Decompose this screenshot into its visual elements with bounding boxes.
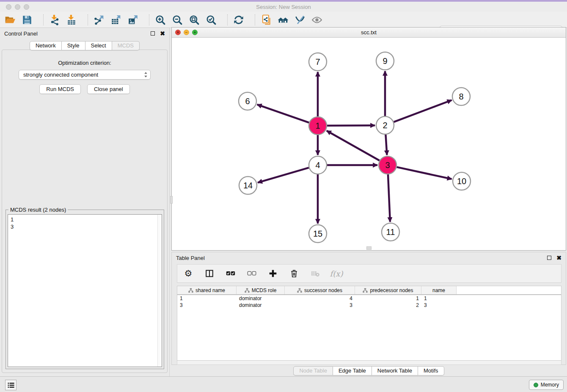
mcds-result-scrollbar[interactable] xyxy=(157,215,162,367)
graph-edge-3-10[interactable] xyxy=(396,167,451,179)
graph-edge-1-2[interactable] xyxy=(327,125,375,126)
application-window: Session: New Session Control Panel ✖ Net… xyxy=(0,0,567,392)
graph-edge-2-3[interactable] xyxy=(385,135,387,155)
graph-node-14[interactable]: 14 xyxy=(239,177,257,194)
add-row-icon[interactable] xyxy=(267,268,279,279)
export-image-icon[interactable] xyxy=(127,14,139,26)
zoom-out-icon[interactable] xyxy=(171,14,183,26)
mcds-result-textarea[interactable]: 13 xyxy=(8,214,162,367)
export-table-icon[interactable] xyxy=(110,14,122,26)
main-toolbar xyxy=(0,12,567,28)
table-cell: dominator xyxy=(237,295,285,302)
run-mcds-button[interactable]: Run MCDS xyxy=(39,84,81,94)
node-table: shared nameMCDS rolesuccessor nodesprede… xyxy=(177,286,561,361)
zoom-selected-icon[interactable] xyxy=(205,14,217,26)
panel-splitter-grip[interactable] xyxy=(170,196,173,204)
export-network-icon[interactable] xyxy=(93,14,105,26)
column-label: name xyxy=(432,287,445,293)
tab-style[interactable]: Style xyxy=(62,41,85,50)
table-cell: 1 xyxy=(421,295,457,302)
graph-node-6[interactable]: 6 xyxy=(239,92,256,110)
graph-node-7[interactable]: 7 xyxy=(309,53,327,71)
graph-node-4[interactable]: 4 xyxy=(309,156,327,174)
columns-icon[interactable] xyxy=(204,268,215,279)
mcds-result-group: MCDS result (2 nodes) 13 xyxy=(6,210,164,369)
close-table-panel-icon[interactable]: ✖ xyxy=(556,256,561,260)
hierarchy-icon xyxy=(188,288,193,293)
graph-edge-3-1[interactable] xyxy=(327,131,380,160)
tab-network[interactable]: Network xyxy=(30,41,62,50)
node-label: 11 xyxy=(386,227,395,237)
tab-mcds[interactable]: MCDS xyxy=(112,41,140,50)
home-icon[interactable] xyxy=(277,14,289,26)
deselect-all-icon[interactable] xyxy=(246,268,258,279)
float-table-panel-icon[interactable] xyxy=(547,256,551,260)
eye-icon[interactable] xyxy=(311,14,323,26)
graph-node-9[interactable]: 9 xyxy=(376,52,394,70)
hierarchy-icon xyxy=(297,288,302,293)
open-folder-icon[interactable] xyxy=(4,14,16,26)
graph-node-1[interactable]: 1 xyxy=(309,117,327,135)
table-cell: dominator xyxy=(237,302,285,309)
window-title: Session: New Session xyxy=(0,4,567,10)
node-label: 3 xyxy=(385,160,390,170)
clone-network-icon[interactable] xyxy=(260,14,272,26)
table-row[interactable]: 1dominator411 xyxy=(177,295,561,302)
save-icon[interactable] xyxy=(21,14,33,26)
zoom-fit-icon[interactable] xyxy=(188,14,200,26)
table-panel: Table Panel ✖ ⚙f(x) shared nameMCDS role… xyxy=(171,252,566,365)
graph-node-11[interactable]: 11 xyxy=(382,223,399,241)
select-all-icon[interactable] xyxy=(225,268,237,279)
gear-icon[interactable]: ⚙ xyxy=(182,268,194,279)
network-canvas[interactable]: 7968124314101511 xyxy=(172,38,566,250)
optimization-criterion-select[interactable]: strongly connected component xyxy=(19,70,151,80)
delete-row-icon[interactable] xyxy=(288,268,300,279)
import-table-icon[interactable] xyxy=(66,14,77,26)
refresh-icon[interactable] xyxy=(233,14,245,26)
table-body: 1dominator4113dominator323 xyxy=(177,295,561,309)
column-header-predecessor-nodes[interactable]: predecessor nodes xyxy=(355,286,421,294)
toggle-graphics-details-icon[interactable] xyxy=(294,14,306,26)
graph-node-8[interactable]: 8 xyxy=(452,88,470,105)
graph-node-2[interactable]: 2 xyxy=(376,116,394,134)
node-label: 9 xyxy=(383,56,387,66)
column-header-successor-nodes[interactable]: successor nodes xyxy=(285,286,355,294)
canvas-bottom-grip[interactable] xyxy=(366,246,372,250)
toolbar-separator xyxy=(88,14,88,25)
close-panel-button[interactable]: Close panel xyxy=(87,84,130,94)
float-panel-icon[interactable] xyxy=(151,31,155,36)
toolbar-separator xyxy=(149,14,149,25)
hierarchy-icon xyxy=(245,288,250,293)
tab-network-table[interactable]: Network Table xyxy=(372,366,418,375)
column-label: predecessor nodes xyxy=(370,287,413,293)
close-panel-icon[interactable]: ✖ xyxy=(160,31,165,36)
panel-menu-button[interactable] xyxy=(5,380,17,390)
tab-motifs[interactable]: Motifs xyxy=(418,366,444,375)
column-header-MCDS-role[interactable]: MCDS role xyxy=(237,286,285,294)
graph-edge-1-6[interactable] xyxy=(257,105,309,123)
graph-edge-2-8[interactable] xyxy=(394,100,452,122)
column-header-name[interactable]: name xyxy=(421,286,457,294)
node-label: 14 xyxy=(243,181,253,190)
tab-edge-table[interactable]: Edge Table xyxy=(333,366,372,375)
graph-edge-4-14[interactable] xyxy=(258,168,309,182)
table-row[interactable]: 3dominator323 xyxy=(177,302,561,309)
table-panel-header: Table Panel ✖ xyxy=(172,252,566,263)
graph-node-15[interactable]: 15 xyxy=(309,225,327,243)
graph-edge-3-11[interactable] xyxy=(388,174,390,222)
graph-node-10[interactable]: 10 xyxy=(453,172,471,190)
table-cell: 1 xyxy=(177,295,237,302)
import-network-icon[interactable] xyxy=(49,14,61,26)
optimization-criterion-value: strongly connected component xyxy=(23,72,144,78)
memory-button[interactable]: Memory xyxy=(529,380,564,390)
optimization-criterion-label: Optimization criterion: xyxy=(2,60,167,66)
tab-select[interactable]: Select xyxy=(85,41,112,50)
table-hscrollbar[interactable] xyxy=(177,361,561,365)
tab-node-table[interactable]: Node Table xyxy=(293,366,333,375)
table-cell: 3 xyxy=(421,302,457,309)
zoom-in-icon[interactable] xyxy=(154,14,166,26)
node-label: 15 xyxy=(313,229,322,238)
graph-node-3[interactable]: 3 xyxy=(379,156,396,174)
table-tabs: Node TableEdge TableNetwork TableMotifs xyxy=(171,365,566,376)
column-header-shared-name[interactable]: shared name xyxy=(177,286,237,294)
